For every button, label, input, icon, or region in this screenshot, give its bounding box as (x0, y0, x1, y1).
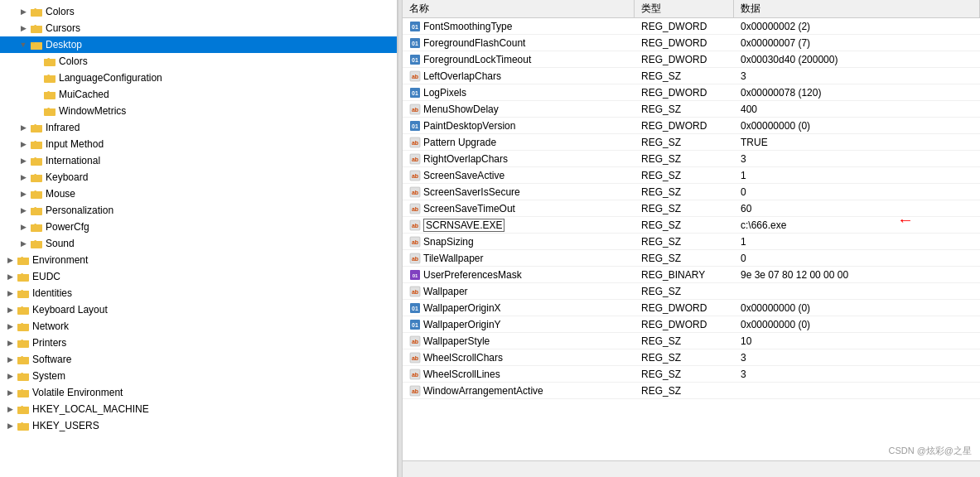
reg-type-icon-10: ab (409, 186, 421, 198)
table-row[interactable]: ab WallpaperREG_SZ (403, 283, 980, 300)
header-type[interactable]: 类型 (635, 0, 734, 17)
folder-icon-eudc (17, 270, 30, 283)
reg-type-icon-6: 01 (409, 120, 421, 132)
cell-data-20: 3 (734, 352, 980, 364)
cell-type-7: REG_SZ (635, 137, 734, 148)
cell-name-14: ab TileWallpaper (403, 253, 635, 264)
tree-item-personalization[interactable]: Personalization (0, 202, 397, 219)
table-row[interactable]: 01 LogPixelsREG_DWORD0x00000078 (120) (403, 84, 980, 101)
svg-rect-16 (31, 241, 42, 248)
cell-type-16: REG_SZ (635, 286, 734, 297)
cell-name-3: ab LeftOverlapChars (403, 70, 635, 82)
table-row[interactable]: ab Pattern UpgradeREG_SZTRUE (403, 134, 980, 151)
table-row[interactable]: ab WindowArrangementActiveREG_SZ (403, 383, 980, 399)
reg-type-icon-19: ab (409, 335, 421, 347)
cell-type-2: REG_DWORD (635, 54, 734, 65)
table-row[interactable]: 01 WallpaperOriginYREG_DWORD0x00000000 (… (403, 316, 980, 333)
reg-type-icon-7: ab (409, 137, 421, 148)
header-data[interactable]: 数据 (734, 0, 980, 17)
table-header: 名称 类型 数据 (403, 0, 980, 18)
reg-type-icon-17: 01 (409, 302, 421, 314)
tree-item-volatile[interactable]: Volatile Environment (0, 384, 397, 401)
cell-type-8: REG_SZ (635, 153, 734, 165)
table-body[interactable]: 01 FontSmoothingTypeREG_DWORD0x00000002 … (403, 18, 980, 460)
tree-item-software[interactable]: Software (0, 351, 397, 368)
table-row[interactable]: ab WheelScrollCharsREG_SZ3 (403, 349, 980, 366)
svg-text:01: 01 (412, 57, 418, 63)
table-row[interactable]: 01 FontSmoothingTypeREG_DWORD0x00000002 … (403, 18, 980, 35)
tree-item-colors[interactable]: Colors (0, 53, 397, 70)
tree-item-international[interactable]: International (0, 152, 397, 169)
tree-item-infrared[interactable]: Infrared (0, 119, 397, 136)
table-row[interactable]: ab TileWallpaperREG_SZ0 (403, 250, 980, 267)
tree-toggle-muicached (30, 88, 43, 101)
tree-label-hku: HKEY_USERS (32, 420, 99, 431)
tree-toggle-cursors (17, 22, 30, 35)
tree-item-hklm[interactable]: HKEY_LOCAL_MACHINE (0, 401, 397, 417)
tree-item-hku[interactable]: HKEY_USERS (0, 417, 397, 434)
table-row[interactable]: ab ScreenSaveTimeOutREG_SZ60 (403, 200, 980, 217)
tree-item-eudc[interactable]: EUDC (0, 268, 397, 285)
cell-type-20: REG_SZ (635, 352, 734, 364)
tree-label-colors: Colors (59, 55, 88, 67)
tree-item-keyboardlayout[interactable]: Keyboard Layout (0, 301, 397, 318)
table-row[interactable]: ab SnapSizingREG_SZ1 (403, 234, 980, 250)
tree-label-langconfig: LanguageConfiguration (59, 72, 162, 84)
table-row[interactable]: 01 PaintDesktopVersionREG_DWORD0x0000000… (403, 118, 980, 134)
tree-item-desktop[interactable]: Desktop (0, 36, 397, 53)
tree-item-muicached[interactable]: MuiCached (0, 86, 397, 103)
tree-item-langconfig[interactable]: LanguageConfiguration (0, 70, 397, 86)
table-row[interactable]: ab WheelScrollLinesREG_SZ3 (403, 366, 980, 383)
folder-icon-windowmetrics (43, 104, 56, 118)
svg-text:ab: ab (412, 239, 418, 245)
tree-label-volatile: Volatile Environment (32, 387, 123, 398)
reg-type-icon-20: ab (409, 352, 421, 364)
cell-name-text-1: ForegroundFlashCount (423, 37, 525, 49)
folder-icon-printers (17, 336, 30, 349)
tree-label-infrared: Infrared (46, 122, 80, 133)
cell-name-text-21: WheelScrollLines (423, 369, 500, 380)
table-row[interactable]: ab ScreenSaverIsSecureREG_SZ0 (403, 184, 980, 200)
svg-text:01: 01 (412, 322, 418, 328)
svg-rect-27 (17, 423, 29, 431)
tree-item-mouse[interactable]: Mouse (0, 186, 397, 202)
tree-item-colors-top[interactable]: Colors (0, 3, 397, 20)
cell-name-text-2: ForegroundLockTimeout (423, 54, 531, 65)
tree-item-inputmethod[interactable]: Input Method (0, 136, 397, 152)
table-row[interactable]: ab WallpaperStyleREG_SZ10 (403, 333, 980, 349)
cell-data-6: 0x00000000 (0) (734, 120, 980, 132)
folder-icon-cursors (30, 22, 43, 35)
folder-icon-langconfig (43, 71, 56, 84)
tree-item-network[interactable]: Network (0, 318, 397, 335)
table-row[interactable]: ab SCRNSAVE.EXEREG_SZc:\666.exe← (403, 217, 980, 234)
table-row[interactable]: ab MenuShowDelayREG_SZ400 (403, 101, 980, 118)
table-row[interactable]: 01 ForegroundFlashCountREG_DWORD0x000000… (403, 35, 980, 51)
tree-toggle-infrared (17, 121, 30, 134)
cell-name-5: ab MenuShowDelay (403, 104, 635, 115)
table-row[interactable]: 01 ForegroundLockTimeoutREG_DWORD0x00030… (403, 51, 980, 68)
table-row[interactable]: ab LeftOverlapCharsREG_SZ3 (403, 68, 980, 84)
cell-name-9: ab ScreenSaveActive (403, 170, 635, 181)
table-row[interactable]: ab ScreenSaveActiveREG_SZ1 (403, 167, 980, 184)
svg-rect-11 (31, 158, 42, 166)
tree-label-keyboardlayout: Keyboard Layout (32, 304, 108, 316)
tree-item-printers[interactable]: Printers (0, 335, 397, 351)
tree-item-system[interactable]: System (0, 368, 397, 384)
table-row[interactable]: 01 UserPreferencesMaskREG_BINARY9e 3e 07… (403, 267, 980, 283)
table-row[interactable]: 01 WallpaperOriginXREG_DWORD0x00000000 (… (403, 300, 980, 316)
tree-item-environment[interactable]: Environment (0, 252, 397, 268)
cell-name-text-17: WallpaperOriginX (423, 302, 501, 314)
header-name[interactable]: 名称 (403, 0, 635, 17)
tree-item-identities[interactable]: Identities (0, 285, 397, 301)
tree-label-powercfg: PowerCfg (46, 221, 89, 233)
svg-rect-23 (17, 357, 29, 364)
registry-tree[interactable]: Colors Cursors Desktop Colors LanguageCo… (0, 0, 397, 477)
tree-label-desktop: Desktop (46, 39, 82, 51)
tree-item-sound[interactable]: Sound (0, 235, 397, 252)
tree-item-cursors[interactable]: Cursors (0, 20, 397, 36)
table-row[interactable]: ab RightOverlapCharsREG_SZ3 (403, 151, 980, 167)
tree-item-windowmetrics[interactable]: WindowMetrics (0, 103, 397, 119)
tree-toggle-desktop (17, 38, 30, 51)
tree-item-powercfg[interactable]: PowerCfg (0, 219, 397, 235)
tree-item-keyboard[interactable]: Keyboard (0, 169, 397, 186)
